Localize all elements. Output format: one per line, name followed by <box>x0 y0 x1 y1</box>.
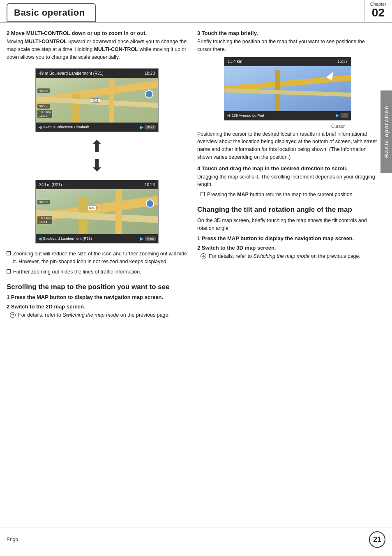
tilt-arrow-circle-icon: ➔ <box>201 253 206 259</box>
map1-scale1: 460 m <box>37 88 50 93</box>
map1-ipod: iPod <box>145 125 156 130</box>
map1-time: 10.3 km 12:33 <box>37 110 52 118</box>
chapter-box: Chapter 02 <box>364 0 392 21</box>
tilt-step2: 2 Switch to the 3D map screen. ➔ For det… <box>197 245 378 260</box>
map1-street: Avenue Princesse Elisabeth <box>43 125 89 129</box>
tilt-step1-heading: 1 Press the MAP button to display the na… <box>197 235 378 241</box>
map1-bottom: ◀ Avenue Princesse Elisabeth ▶ iPod <box>36 123 158 132</box>
scroll-title: Scrolling the map to the position you wa… <box>7 283 187 292</box>
map-right-bar-left: 11.4 km <box>228 59 242 64</box>
arrow-circle-icon: ➔ <box>10 312 16 318</box>
scroll-step2-ref: ➔ For details, refer to Switching the ma… <box>7 311 187 319</box>
tilt-step2-ref: ➔ For details, refer to Switching the ma… <box>197 253 378 260</box>
tilt-title: Changing the tilt and rotation angle of … <box>197 205 378 214</box>
step4-heading: 4 Touch and drag the map in the desired … <box>197 165 378 171</box>
bullet-text-1: Zooming out will reduce the size of the … <box>13 250 187 266</box>
map1-scale2: 500 m <box>37 104 50 109</box>
map2-bar-right: 10:23 <box>145 183 155 187</box>
map2-time1: 10.2 km <box>39 216 51 220</box>
step4-bullet-text: Pressing the MAP button returns the map … <box>207 191 354 199</box>
scroll-step2-heading: 2 Switch to the 2D map screen. <box>7 303 187 310</box>
map-right-bottom: ◀ 138 Avenue du Port ▶ od <box>224 111 351 120</box>
scroll-section: Scrolling the map to the position you wa… <box>7 283 187 319</box>
step3-text: Briefly touching the position on the map… <box>197 38 378 53</box>
map-right-ipod: od <box>341 113 348 118</box>
map1-r21: R21 <box>91 98 100 103</box>
step2-section: 2 Move MULTI-CONTROL down or up to zoom … <box>7 30 187 61</box>
tilt-step1: 1 Press the MAP button to display the na… <box>197 235 378 241</box>
map2-road4 <box>115 189 122 234</box>
bullet-icon-1 <box>7 251 11 255</box>
map1-road4 <box>109 78 114 123</box>
map-image-2: 340 m (R21) 10:23 960 m 10.2 km 11:54 R2… <box>35 180 159 243</box>
map2-street: Boulevard Lambermont (R21) <box>43 236 92 241</box>
map2-body: 960 m 10.2 km 11:54 R21 <box>36 189 158 234</box>
right-column: 3 Touch the map briefly. Briefly touchin… <box>197 30 378 320</box>
step3-heading: 3 Touch the map briefly. <box>197 30 378 36</box>
map1-bar: 49 m Boulevard Lambermont (R21) 10:23 <box>36 69 158 78</box>
footer: Engb 21 <box>0 528 392 548</box>
chapter-num: 02 <box>372 7 385 19</box>
map2-scale: 960 m <box>37 200 50 204</box>
map-right: 11.4 km 15:17 ◀ 138 Avenue du Port <box>224 57 351 120</box>
chapter-title: Basic operation <box>7 3 96 22</box>
map-right-street: 138 Avenue du Port <box>232 114 264 118</box>
bullet-item-1: Zooming out will reduce the size of the … <box>7 250 187 266</box>
step4-bullet: Pressing the MAP button returns the map … <box>197 191 378 199</box>
map2-ipod: iPod <box>145 236 156 241</box>
step2-heading: 2 Move MULTI-CONTROL down or up to zoom … <box>7 30 187 36</box>
footer-page: 21 <box>369 531 385 548</box>
cursor-label: Cursor <box>224 124 345 129</box>
map-right-body <box>224 66 351 111</box>
bullet-text-2: Further zooming out hides the lines of t… <box>13 268 141 276</box>
map-right-container: 11.4 km 15:17 ◀ 138 Avenue du Port <box>224 57 351 129</box>
map2-bar: 340 m (R21) 10:23 <box>36 180 158 189</box>
page-header: Basic operation Chapter 02 <box>0 0 392 23</box>
map1-icon <box>145 90 153 98</box>
left-column: 2 Move MULTI-CONTROL down or up to zoom … <box>7 30 187 320</box>
side-tab-text: Basic operation <box>383 105 390 158</box>
map2-time2: 11:54 <box>39 220 51 224</box>
scroll-step1-heading: 1 Press the MAP button to display the na… <box>7 294 187 300</box>
map2-r21: R21 <box>87 206 97 210</box>
map2-icon <box>146 199 154 208</box>
map1-time2: 12:33 <box>39 114 51 118</box>
map-right-bar: 11.4 km 15:17 <box>224 57 351 66</box>
tilt-intro: On the 3D map screen, briefly touching t… <box>197 217 378 232</box>
map-image-1: 49 m Boulevard Lambermont (R21) 10:23 46… <box>35 68 159 132</box>
step4-text: Dragging the map scrolls it. The scrolli… <box>197 173 378 189</box>
main-content: 2 Move MULTI-CONTROL down or up to zoom … <box>0 30 392 320</box>
map2-bar-left: 340 m (R21) <box>39 183 62 187</box>
tilt-step2-arrow-text: For details, refer to Switching the map … <box>209 253 360 260</box>
scroll-step2-arrow-text: For details, refer to Switching the map … <box>18 311 170 319</box>
scroll-step2: 2 Switch to the 2D map screen. ➔ For det… <box>7 303 187 319</box>
map-right-bar-right: 15:17 <box>337 59 348 64</box>
updown-arrow: ⬆⬇ <box>90 137 104 175</box>
map1-bar-left: 49 m Boulevard Lambermont (R21) <box>39 71 104 76</box>
side-tab: Basic operation <box>380 90 392 173</box>
map2-time: 10.2 km 11:54 <box>37 216 52 224</box>
map-images: 49 m Boulevard Lambermont (R21) 10:23 46… <box>7 65 187 247</box>
tilt-section: Changing the tilt and rotation angle of … <box>197 205 378 260</box>
step3-section: 3 Touch the map briefly. Briefly touchin… <box>197 30 378 161</box>
map2-bottom: ◀ Boulevard Lambermont (R21) ▶ iPod <box>36 234 158 243</box>
step4-bullet-icon <box>201 192 205 196</box>
map1-body: 460 m 500 m 10.3 km 12:33 R21 <box>36 78 158 123</box>
map1-time1: 10.3 km <box>39 110 51 114</box>
step3-body: Positioning the cursor to the desired lo… <box>197 130 378 161</box>
bullet-list: Zooming out will reduce the size of the … <box>7 250 187 276</box>
step2-text: Moving MULTI-CONTROL upward or downward … <box>7 38 187 61</box>
footer-lang: Engb <box>7 537 18 542</box>
bullet-item-2: Further zooming out hides the lines of t… <box>7 268 187 276</box>
map1-bar-right: 10:23 <box>145 71 155 76</box>
bullet-icon-2 <box>7 269 11 273</box>
road-right3 <box>224 88 351 98</box>
tilt-step2-heading: 2 Switch to the 3D map screen. <box>197 245 378 251</box>
step4-section: 4 Touch and drag the map in the desired … <box>197 165 378 199</box>
